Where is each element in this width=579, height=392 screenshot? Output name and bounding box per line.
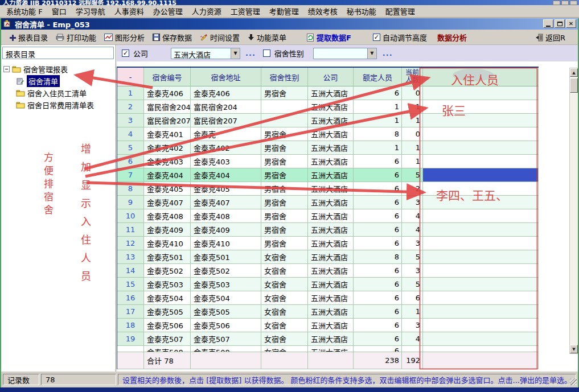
table-row[interactable]: 8金泰克405金泰克405男宿舍五洲大酒店62 xyxy=(117,182,539,196)
cell-current[interactable]: 1 xyxy=(402,305,423,319)
cell-dorm-code[interactable]: 金泰克406 xyxy=(144,86,191,100)
cell-dorm-code[interactable]: 金泰克502 xyxy=(144,264,191,278)
cell-dorm-gender[interactable]: 男宿舍 xyxy=(261,168,308,182)
cell-current[interactable]: 1 xyxy=(402,155,423,168)
gender-checkbox[interactable]: ✓ xyxy=(263,49,270,57)
cell-dorm-code[interactable]: 金泰克503 xyxy=(144,278,191,291)
table-row[interactable]: 3富民宿舍207富民宿舍207五洲大酒店11 xyxy=(117,114,539,127)
cell-dorm-code[interactable]: 金泰克404 xyxy=(144,168,191,182)
cell-occupants[interactable] xyxy=(423,155,539,168)
cell-dorm-gender[interactable]: 女宿舍 xyxy=(261,346,308,352)
report-directory-button[interactable]: 报表目录 xyxy=(6,31,51,44)
window-close-button[interactable]: ✕ xyxy=(566,19,576,28)
cell-dorm-gender[interactable]: 女宿舍 xyxy=(261,278,308,291)
cell-occupants[interactable] xyxy=(423,291,539,305)
cell-current[interactable]: 1 xyxy=(402,141,423,155)
gender-ellipsis-button[interactable]: ... xyxy=(383,49,393,57)
cell-dorm-address[interactable]: 金泰克406 xyxy=(191,86,261,100)
cell-dorm-code[interactable]: 金泰克506 xyxy=(144,319,191,332)
cell-dorm-address[interactable]: 金泰克410 xyxy=(191,237,261,250)
cell-dorm-address[interactable]: 金泰克409 xyxy=(191,223,261,237)
cell-quota[interactable]: 6 xyxy=(354,346,402,352)
cell-dorm-code[interactable]: 金泰克407 xyxy=(144,196,191,209)
cell-row-number[interactable]: 17 xyxy=(117,305,144,319)
cell-current[interactable]: 3 xyxy=(402,237,423,250)
cell-row-number[interactable]: 6 xyxy=(117,155,144,168)
cell-dorm-gender[interactable]: 男宿舍 xyxy=(261,141,308,155)
cell-row-number[interactable]: 9 xyxy=(117,196,144,209)
cell-quota[interactable]: 6 xyxy=(354,319,402,332)
cell-quota[interactable]: 6 xyxy=(354,332,402,346)
cell-occupants[interactable] xyxy=(423,86,539,100)
extract-data-button[interactable]: 提取数据F xyxy=(303,31,355,44)
table-row[interactable]: 5金泰克402金泰克402男宿舍五洲大酒店11 xyxy=(117,141,539,155)
app-minimize-button[interactable] xyxy=(553,1,560,5)
cell-row-number[interactable]: 14 xyxy=(117,264,144,278)
scrollbar-thumb[interactable] xyxy=(570,78,578,93)
cell-company[interactable]: 五洲大酒店 xyxy=(308,155,354,168)
cell-dorm-code[interactable]: 金泰克507 xyxy=(144,332,191,346)
cell-company[interactable]: 五洲大酒店 xyxy=(308,332,354,346)
table-row[interactable]: 6金泰克403金泰克403男宿舍五洲大酒店61 xyxy=(117,155,539,168)
table-row[interactable]: 17金泰克505金泰克505女宿舍五洲大酒店61 xyxy=(117,305,539,319)
cell-company[interactable]: 五洲大酒店 xyxy=(308,305,354,319)
cell-dorm-gender[interactable]: 男宿舍 xyxy=(261,209,308,223)
cell-quota[interactable]: 6 xyxy=(354,223,402,237)
cell-dorm-gender[interactable] xyxy=(261,114,308,127)
cell-dorm-gender[interactable]: 男宿舍 xyxy=(261,223,308,237)
cell-quota[interactable]: 6 xyxy=(354,237,402,250)
menu-item[interactable]: 人力资源 xyxy=(187,5,226,18)
table-row[interactable]: 10金泰克408金泰克408男宿舍五洲大酒店64 xyxy=(117,209,539,223)
cell-dorm-address[interactable]: 金泰克408 xyxy=(191,209,261,223)
cell-company[interactable]: 五洲大酒店 xyxy=(308,223,354,237)
auto-height-checkbox[interactable]: ✓ xyxy=(373,34,380,41)
cell-current[interactable]: 1 xyxy=(402,100,423,114)
cell-dorm-address[interactable]: 金泰克506 xyxy=(191,319,261,332)
cell-current[interactable]: 4 xyxy=(402,332,423,346)
cell-company[interactable]: 五洲大酒店 xyxy=(308,291,354,305)
cell-quota[interactable]: 6 xyxy=(354,264,402,278)
graph-analysis-button[interactable]: 图形分析 xyxy=(101,31,148,44)
cell-dorm-address[interactable]: 金泰克502 xyxy=(191,264,261,278)
cell-dorm-gender[interactable]: 女宿舍 xyxy=(261,264,308,278)
menu-item[interactable]: 秘书功能 xyxy=(342,5,381,18)
cell-dorm-address[interactable]: 金泰克407 xyxy=(191,196,261,209)
cell-occupants[interactable] xyxy=(423,196,539,209)
cell-dorm-gender[interactable]: 男宿舍 xyxy=(261,196,308,209)
cell-dorm-address[interactable]: 金泰克504 xyxy=(191,291,261,305)
cell-row-number[interactable]: 7 xyxy=(117,168,144,182)
vertical-scrollbar[interactable]: ▲ ▼ xyxy=(569,68,578,354)
window-minimize-button[interactable] xyxy=(543,19,553,28)
cell-current[interactable]: 2 xyxy=(402,182,423,196)
gender-combobox[interactable]: ▼ xyxy=(313,48,377,59)
cell-current[interactable]: 4 xyxy=(402,209,423,223)
cell-dorm-address[interactable]: 金泰克508 xyxy=(191,346,261,352)
resize-grip[interactable] xyxy=(570,378,577,385)
table-row[interactable]: 12金泰克410金泰克410男宿舍五洲大酒店63 xyxy=(117,237,539,250)
cell-dorm-gender[interactable]: 女宿舍 xyxy=(261,305,308,319)
cell-dorm-address[interactable]: 富民宿舍204 xyxy=(191,100,261,114)
tree-item[interactable]: 宿舍清单 xyxy=(3,75,114,87)
cell-dorm-code[interactable]: 金泰克402 xyxy=(144,141,191,155)
cell-dorm-gender[interactable]: 男宿舍 xyxy=(261,86,308,100)
cell-company[interactable]: 五洲大酒店 xyxy=(308,168,354,182)
cell-company[interactable]: 五洲大酒店 xyxy=(308,278,354,291)
cell-row-number[interactable]: 16 xyxy=(117,291,144,305)
cell-row-number[interactable]: 1 xyxy=(117,86,144,100)
cell-company[interactable]: 五洲大酒店 xyxy=(308,86,354,100)
company-combobox[interactable]: 五洲大酒店 ▼ xyxy=(171,48,240,59)
cell-company[interactable]: 五洲大酒店 xyxy=(308,141,354,155)
cell-company[interactable]: 五洲大酒店 xyxy=(308,346,354,352)
cell-occupants[interactable] xyxy=(423,127,539,141)
cell-quota[interactable]: 6 xyxy=(354,155,402,168)
cell-quota[interactable]: 6 xyxy=(354,196,402,209)
cell-occupants[interactable] xyxy=(423,182,539,196)
cell-dorm-code[interactable]: 金泰克408 xyxy=(144,209,191,223)
cell-occupants[interactable] xyxy=(423,141,539,155)
menu-item[interactable]: 办公管理 xyxy=(149,5,187,18)
cell-row-number[interactable]: 12 xyxy=(117,237,144,250)
print-button[interactable]: 打印功能 xyxy=(52,31,100,44)
cell-dorm-address[interactable]: 金泰克403 xyxy=(191,155,261,168)
table-row[interactable]: 7金泰克404金泰克404男宿舍五洲大酒店65 xyxy=(117,168,539,182)
cell-occupants[interactable] xyxy=(423,332,539,346)
